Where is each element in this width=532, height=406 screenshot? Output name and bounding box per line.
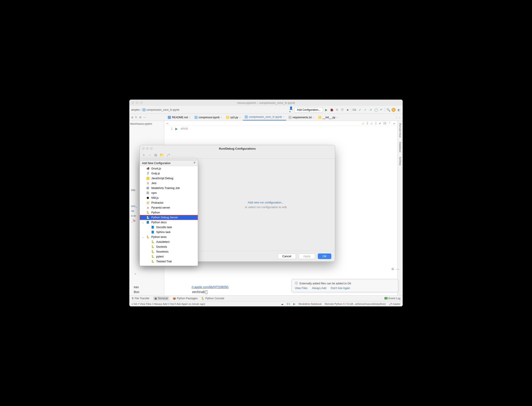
cancel-button[interactable]: Cancel	[277, 254, 296, 259]
ide-update-icon[interactable]: ↻	[391, 108, 396, 112]
editor-tab[interactable]: cp3.py×	[224, 114, 242, 121]
config-type-item[interactable]: 🐍Autodetect	[140, 239, 198, 244]
folder-icon[interactable]: 📁	[160, 153, 164, 157]
weak-warning-icon[interactable]: ⚠	[370, 122, 373, 125]
config-type-item[interactable]: 🐍Python	[140, 210, 198, 215]
close-icon[interactable]: ×	[189, 116, 190, 119]
profile-icon[interactable]: ⏱	[340, 108, 344, 112]
typo-icon[interactable]: ✔	[379, 122, 381, 125]
search-icon[interactable]: 🔍	[386, 108, 390, 112]
rollback-icon[interactable]: ↶	[379, 108, 383, 112]
config-type-item[interactable]: ⌄🐍Python tests	[140, 235, 198, 239]
editor-tab[interactable]: README.md×	[166, 114, 192, 121]
popup-list[interactable]: 🐗Grunt.js🥤Gulp.js🟨JavaScript Debug🃏JestⓂ…	[140, 166, 198, 266]
config-type-item[interactable]: ⌄📘Python docs	[140, 220, 198, 225]
run-icon[interactable]: ▶	[293, 302, 295, 305]
filter-icon[interactable]: ⧩	[193, 161, 196, 165]
history-icon[interactable]: 🕘	[374, 108, 378, 112]
database-tab[interactable]: Database	[399, 142, 402, 152]
down-icon[interactable]: ⌄	[393, 122, 395, 125]
max-dot[interactable]	[150, 147, 153, 150]
file-transfer-tab[interactable]: ⇅ File Transfer	[132, 297, 149, 300]
ok-button[interactable]: OK	[318, 254, 331, 259]
git-update-icon[interactable]: ✓	[358, 108, 362, 112]
sciview-tab[interactable]: SciView	[399, 157, 402, 166]
breadcrumb-item[interactable]: compression_conv_fc.ipynb	[146, 108, 179, 111]
config-type-item[interactable]: 🐗Grunt.js	[140, 166, 198, 171]
hide-icon[interactable]: —	[143, 116, 146, 119]
editor-tab[interactable]: compression_conv_fc.ipynb×	[243, 114, 286, 121]
user-icon[interactable]: 👤▾	[289, 108, 293, 112]
config-type-item[interactable]: 🥤Gulp.js	[140, 171, 198, 176]
editor-tab[interactable]: __init__.py×	[316, 114, 340, 121]
stop-icon[interactable]: ■	[346, 108, 350, 112]
config-type-item[interactable]: 🐍Twisted Trial	[140, 259, 198, 264]
editor-tab[interactable]: requirements.txt×	[287, 114, 316, 121]
coverage-icon[interactable]: ⟲	[335, 108, 339, 112]
run-cell-icon[interactable]: ▶	[175, 127, 181, 130]
event-log-tab[interactable]: 1 Event Log	[384, 297, 400, 300]
run-icon[interactable]: ▶	[324, 108, 328, 112]
hide-icon[interactable]: —	[396, 267, 399, 271]
breadcrumb-item[interactable]: amples	[131, 108, 140, 111]
expand-icon[interactable]: ⇱	[135, 116, 137, 119]
add-icon[interactable]: ＋	[142, 153, 146, 157]
close-dot[interactable]	[132, 102, 134, 104]
close-icon[interactable]: ×	[336, 116, 338, 119]
python-console-tab[interactable]: 🐍 Python Console	[201, 297, 224, 300]
notebook-label[interactable]: ModelArts Notebook	[298, 303, 322, 305]
config-type-item[interactable]: 🟨JavaScript Debug	[140, 176, 198, 181]
view-files-link[interactable]: View Files	[295, 287, 308, 290]
config-type-item[interactable]: 🔺Pyramid server	[140, 205, 198, 210]
dont-ask-link[interactable]: Don't Ask Again	[331, 287, 350, 290]
terminal-link[interactable]: rt.apple.com/kb/HT208050	[192, 285, 228, 289]
inspections-widget[interactable]: ⚠2 ⚠1 ✔15 ⌃ ⌄	[362, 122, 395, 125]
select-target-icon[interactable]: ⊕	[131, 116, 133, 119]
close-icon[interactable]: ×	[313, 116, 314, 119]
up-icon[interactable]: ⌃	[389, 122, 391, 125]
config-type-item[interactable]: 📘Docutils task	[140, 225, 198, 230]
interpreter-label[interactable]: Remote Python 3.7.0 (sft...a3/envs/musco…	[325, 303, 386, 305]
python-packages-tab[interactable]: 📦 Python Packages	[173, 297, 198, 300]
add-config-link[interactable]: Add new run configuration...	[248, 201, 284, 204]
caret-position[interactable]: 3:1	[287, 303, 290, 305]
terminal-tab[interactable]: ▣ Terminal	[153, 296, 169, 300]
close-icon[interactable]: ×	[283, 116, 284, 118]
config-type-item[interactable]: 🐍Nosetests	[140, 249, 198, 254]
close-icon[interactable]: ×	[239, 116, 241, 119]
config-type-item[interactable]: ⬢NW.js	[140, 196, 198, 200]
tab-dropdown-icon[interactable]: ⋮ ⌄	[395, 116, 403, 119]
gear-icon[interactable]: ⚙	[139, 116, 142, 119]
copy-icon[interactable]: ⧉	[155, 153, 157, 157]
min-dot[interactable]	[136, 102, 138, 104]
toolbox-icon[interactable]: ◐	[397, 108, 401, 112]
close-dot[interactable]	[142, 147, 145, 150]
always-add-link[interactable]: Always Add	[312, 287, 326, 290]
sort-icon[interactable]: ↓ᴬ	[167, 153, 170, 157]
cloud-icon[interactable]: ☁	[281, 302, 284, 305]
apply-button[interactable]: Apply	[299, 254, 315, 259]
gear-icon[interactable]: ⚙	[391, 267, 394, 271]
project-path[interactable]: thon/musco-pytorc	[130, 122, 163, 126]
chevron-down-icon[interactable]: ⌄	[134, 271, 137, 275]
close-icon[interactable]: ×	[221, 116, 222, 119]
debug-icon[interactable]: 🐞	[330, 108, 333, 112]
config-type-item[interactable]: Ⓝnpm	[140, 190, 198, 196]
warning-icon[interactable]: ⚠	[362, 122, 364, 125]
editor-tab[interactable]: compressor.ipynb×	[193, 114, 224, 121]
git-commit-icon[interactable]: ✓	[363, 108, 367, 112]
config-type-item[interactable]: 🐍Doctests	[140, 244, 198, 249]
config-type-item[interactable]: 🧭Protractor	[140, 200, 198, 205]
remote-host-tab[interactable]: Remote Host	[399, 123, 402, 138]
breadcrumb[interactable]: amples › compression_conv_fc.ipynb	[131, 108, 179, 111]
config-type-item[interactable]: 🐍Python Debug Server	[140, 215, 198, 220]
config-type-item[interactable]: 🐍pytest	[140, 254, 198, 259]
code-line-1[interactable]: 1 ▶ #%%	[164, 126, 397, 131]
git-push-icon[interactable]: ↗	[369, 108, 373, 112]
chevron-icon[interactable]: ››	[166, 122, 168, 125]
terminal-prompt[interactable]: eechina$	[192, 290, 206, 294]
max-dot[interactable]	[140, 102, 143, 104]
config-type-item[interactable]: 📘Sphinx task	[140, 230, 198, 235]
run-config-selector[interactable]: Add Configuration...	[294, 107, 323, 113]
expand-caret-icon[interactable]: ⌄	[142, 236, 144, 238]
